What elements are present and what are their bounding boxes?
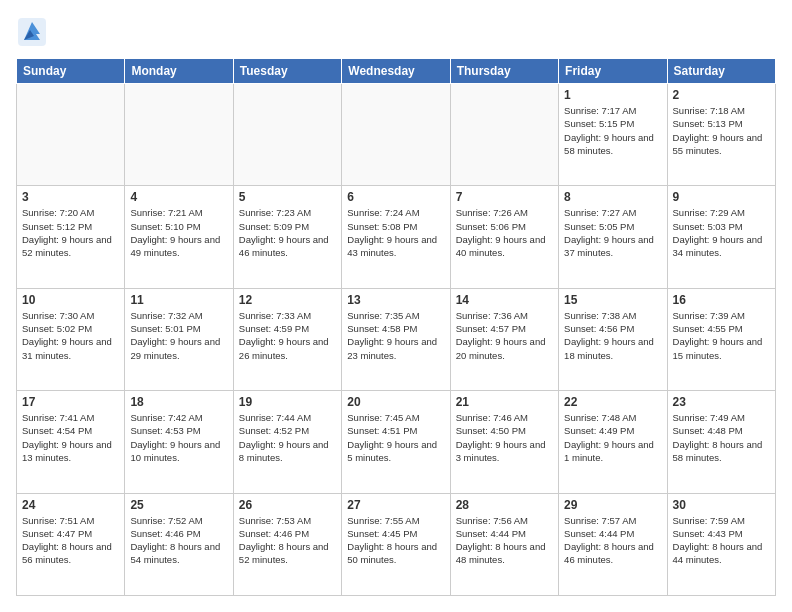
calendar-header-wednesday: Wednesday xyxy=(342,59,450,84)
week-row-1: 1Sunrise: 7:17 AM Sunset: 5:15 PM Daylig… xyxy=(17,84,776,186)
day-cell: 21Sunrise: 7:46 AM Sunset: 4:50 PM Dayli… xyxy=(450,391,558,493)
day-number: 22 xyxy=(564,395,661,409)
week-row-4: 17Sunrise: 7:41 AM Sunset: 4:54 PM Dayli… xyxy=(17,391,776,493)
day-cell: 27Sunrise: 7:55 AM Sunset: 4:45 PM Dayli… xyxy=(342,493,450,595)
day-number: 27 xyxy=(347,498,444,512)
day-number: 2 xyxy=(673,88,770,102)
day-cell xyxy=(125,84,233,186)
day-number: 16 xyxy=(673,293,770,307)
day-number: 15 xyxy=(564,293,661,307)
day-info: Sunrise: 7:29 AM Sunset: 5:03 PM Dayligh… xyxy=(673,206,770,259)
day-cell xyxy=(17,84,125,186)
day-info: Sunrise: 7:48 AM Sunset: 4:49 PM Dayligh… xyxy=(564,411,661,464)
day-info: Sunrise: 7:44 AM Sunset: 4:52 PM Dayligh… xyxy=(239,411,336,464)
week-row-2: 3Sunrise: 7:20 AM Sunset: 5:12 PM Daylig… xyxy=(17,186,776,288)
day-number: 30 xyxy=(673,498,770,512)
day-number: 13 xyxy=(347,293,444,307)
calendar-header-friday: Friday xyxy=(559,59,667,84)
day-cell: 14Sunrise: 7:36 AM Sunset: 4:57 PM Dayli… xyxy=(450,288,558,390)
day-info: Sunrise: 7:59 AM Sunset: 4:43 PM Dayligh… xyxy=(673,514,770,567)
day-info: Sunrise: 7:36 AM Sunset: 4:57 PM Dayligh… xyxy=(456,309,553,362)
day-info: Sunrise: 7:46 AM Sunset: 4:50 PM Dayligh… xyxy=(456,411,553,464)
day-cell: 12Sunrise: 7:33 AM Sunset: 4:59 PM Dayli… xyxy=(233,288,341,390)
day-cell xyxy=(233,84,341,186)
day-cell: 28Sunrise: 7:56 AM Sunset: 4:44 PM Dayli… xyxy=(450,493,558,595)
day-cell: 2Sunrise: 7:18 AM Sunset: 5:13 PM Daylig… xyxy=(667,84,775,186)
day-number: 14 xyxy=(456,293,553,307)
calendar-table: SundayMondayTuesdayWednesdayThursdayFrid… xyxy=(16,58,776,596)
day-number: 11 xyxy=(130,293,227,307)
day-number: 24 xyxy=(22,498,119,512)
day-cell xyxy=(342,84,450,186)
day-number: 10 xyxy=(22,293,119,307)
day-cell: 4Sunrise: 7:21 AM Sunset: 5:10 PM Daylig… xyxy=(125,186,233,288)
day-cell: 6Sunrise: 7:24 AM Sunset: 5:08 PM Daylig… xyxy=(342,186,450,288)
day-number: 3 xyxy=(22,190,119,204)
day-info: Sunrise: 7:30 AM Sunset: 5:02 PM Dayligh… xyxy=(22,309,119,362)
day-info: Sunrise: 7:52 AM Sunset: 4:46 PM Dayligh… xyxy=(130,514,227,567)
day-cell: 29Sunrise: 7:57 AM Sunset: 4:44 PM Dayli… xyxy=(559,493,667,595)
day-number: 25 xyxy=(130,498,227,512)
day-number: 6 xyxy=(347,190,444,204)
day-cell: 13Sunrise: 7:35 AM Sunset: 4:58 PM Dayli… xyxy=(342,288,450,390)
page: SundayMondayTuesdayWednesdayThursdayFrid… xyxy=(0,0,792,612)
day-cell: 30Sunrise: 7:59 AM Sunset: 4:43 PM Dayli… xyxy=(667,493,775,595)
day-cell: 9Sunrise: 7:29 AM Sunset: 5:03 PM Daylig… xyxy=(667,186,775,288)
day-info: Sunrise: 7:27 AM Sunset: 5:05 PM Dayligh… xyxy=(564,206,661,259)
day-cell: 1Sunrise: 7:17 AM Sunset: 5:15 PM Daylig… xyxy=(559,84,667,186)
day-cell: 24Sunrise: 7:51 AM Sunset: 4:47 PM Dayli… xyxy=(17,493,125,595)
day-number: 29 xyxy=(564,498,661,512)
day-cell: 16Sunrise: 7:39 AM Sunset: 4:55 PM Dayli… xyxy=(667,288,775,390)
logo xyxy=(16,16,52,48)
day-info: Sunrise: 7:26 AM Sunset: 5:06 PM Dayligh… xyxy=(456,206,553,259)
header xyxy=(16,16,776,48)
day-info: Sunrise: 7:21 AM Sunset: 5:10 PM Dayligh… xyxy=(130,206,227,259)
calendar-header-sunday: Sunday xyxy=(17,59,125,84)
day-number: 17 xyxy=(22,395,119,409)
day-info: Sunrise: 7:45 AM Sunset: 4:51 PM Dayligh… xyxy=(347,411,444,464)
week-row-5: 24Sunrise: 7:51 AM Sunset: 4:47 PM Dayli… xyxy=(17,493,776,595)
calendar-header-tuesday: Tuesday xyxy=(233,59,341,84)
day-cell: 8Sunrise: 7:27 AM Sunset: 5:05 PM Daylig… xyxy=(559,186,667,288)
day-info: Sunrise: 7:35 AM Sunset: 4:58 PM Dayligh… xyxy=(347,309,444,362)
day-number: 20 xyxy=(347,395,444,409)
day-cell: 19Sunrise: 7:44 AM Sunset: 4:52 PM Dayli… xyxy=(233,391,341,493)
calendar-header-thursday: Thursday xyxy=(450,59,558,84)
day-info: Sunrise: 7:56 AM Sunset: 4:44 PM Dayligh… xyxy=(456,514,553,567)
day-cell: 23Sunrise: 7:49 AM Sunset: 4:48 PM Dayli… xyxy=(667,391,775,493)
day-cell: 25Sunrise: 7:52 AM Sunset: 4:46 PM Dayli… xyxy=(125,493,233,595)
day-number: 26 xyxy=(239,498,336,512)
day-info: Sunrise: 7:42 AM Sunset: 4:53 PM Dayligh… xyxy=(130,411,227,464)
day-number: 9 xyxy=(673,190,770,204)
week-row-3: 10Sunrise: 7:30 AM Sunset: 5:02 PM Dayli… xyxy=(17,288,776,390)
day-number: 7 xyxy=(456,190,553,204)
day-number: 4 xyxy=(130,190,227,204)
day-info: Sunrise: 7:51 AM Sunset: 4:47 PM Dayligh… xyxy=(22,514,119,567)
day-cell: 20Sunrise: 7:45 AM Sunset: 4:51 PM Dayli… xyxy=(342,391,450,493)
day-info: Sunrise: 7:38 AM Sunset: 4:56 PM Dayligh… xyxy=(564,309,661,362)
day-number: 12 xyxy=(239,293,336,307)
day-cell: 7Sunrise: 7:26 AM Sunset: 5:06 PM Daylig… xyxy=(450,186,558,288)
day-number: 18 xyxy=(130,395,227,409)
day-info: Sunrise: 7:39 AM Sunset: 4:55 PM Dayligh… xyxy=(673,309,770,362)
day-info: Sunrise: 7:32 AM Sunset: 5:01 PM Dayligh… xyxy=(130,309,227,362)
day-cell: 11Sunrise: 7:32 AM Sunset: 5:01 PM Dayli… xyxy=(125,288,233,390)
day-cell xyxy=(450,84,558,186)
day-info: Sunrise: 7:49 AM Sunset: 4:48 PM Dayligh… xyxy=(673,411,770,464)
day-info: Sunrise: 7:33 AM Sunset: 4:59 PM Dayligh… xyxy=(239,309,336,362)
day-info: Sunrise: 7:57 AM Sunset: 4:44 PM Dayligh… xyxy=(564,514,661,567)
day-number: 1 xyxy=(564,88,661,102)
day-info: Sunrise: 7:55 AM Sunset: 4:45 PM Dayligh… xyxy=(347,514,444,567)
day-number: 28 xyxy=(456,498,553,512)
day-cell: 5Sunrise: 7:23 AM Sunset: 5:09 PM Daylig… xyxy=(233,186,341,288)
day-number: 23 xyxy=(673,395,770,409)
day-number: 8 xyxy=(564,190,661,204)
day-cell: 10Sunrise: 7:30 AM Sunset: 5:02 PM Dayli… xyxy=(17,288,125,390)
day-cell: 22Sunrise: 7:48 AM Sunset: 4:49 PM Dayli… xyxy=(559,391,667,493)
day-cell: 18Sunrise: 7:42 AM Sunset: 4:53 PM Dayli… xyxy=(125,391,233,493)
day-cell: 17Sunrise: 7:41 AM Sunset: 4:54 PM Dayli… xyxy=(17,391,125,493)
calendar-header-row: SundayMondayTuesdayWednesdayThursdayFrid… xyxy=(17,59,776,84)
day-info: Sunrise: 7:53 AM Sunset: 4:46 PM Dayligh… xyxy=(239,514,336,567)
day-number: 5 xyxy=(239,190,336,204)
day-info: Sunrise: 7:24 AM Sunset: 5:08 PM Dayligh… xyxy=(347,206,444,259)
